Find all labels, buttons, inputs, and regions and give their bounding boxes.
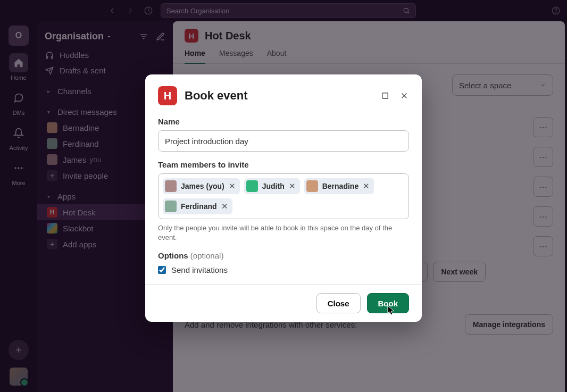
hot-desk-icon: H	[158, 86, 177, 105]
members-label: Team members to invite	[158, 160, 409, 169]
modal-overlay: H Book event Name Team members to invite…	[0, 0, 567, 392]
remove-member-icon[interactable]: ✕	[229, 181, 236, 191]
member-chip: Ferdinand✕	[163, 198, 232, 214]
member-chip: Bernadine✕	[304, 178, 374, 194]
modal-title: Book event	[185, 89, 248, 103]
close-button[interactable]: Close	[316, 293, 361, 313]
name-label: Name	[158, 117, 409, 126]
svg-rect-21	[382, 93, 388, 99]
members-hint: Only the people you invite will be able …	[158, 223, 409, 243]
close-icon[interactable]	[399, 91, 409, 101]
members-input[interactable]: James (you)✕ Judith✕ Bernadine✕ Ferdinan…	[158, 173, 409, 219]
book-button[interactable]: Book	[367, 293, 410, 313]
remove-member-icon[interactable]: ✕	[221, 202, 228, 211]
remove-member-icon[interactable]: ✕	[289, 181, 296, 191]
member-chip: James (you)✕	[163, 178, 240, 194]
member-chip: Judith✕	[244, 178, 300, 194]
send-invitations-input[interactable]	[158, 266, 166, 274]
event-name-input[interactable]	[158, 130, 409, 152]
remove-member-icon[interactable]: ✕	[363, 181, 370, 191]
options-label: Options (optional)	[158, 251, 409, 260]
send-invitations-checkbox[interactable]: Send invitations	[158, 265, 409, 274]
book-event-modal: H Book event Name Team members to invite…	[145, 74, 422, 322]
expand-icon[interactable]	[380, 91, 390, 101]
